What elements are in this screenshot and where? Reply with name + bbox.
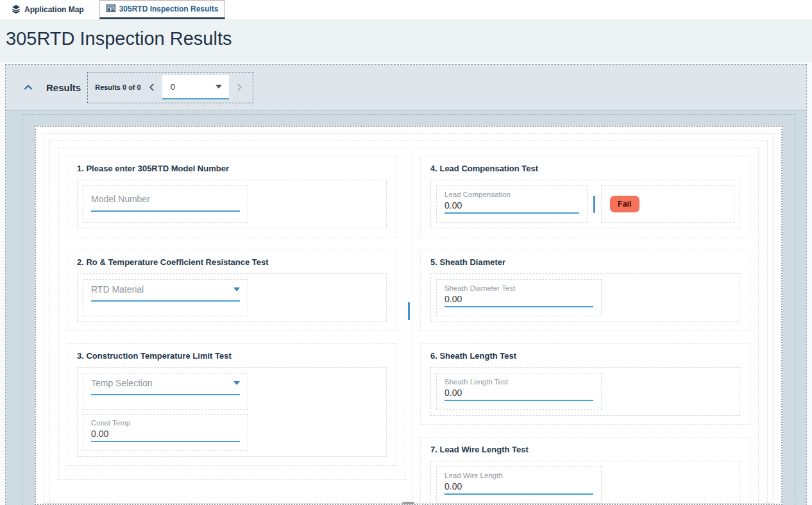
- previous-page-chevron-icon[interactable]: [149, 83, 155, 92]
- section-heading: 6. Sheath Length Test: [430, 351, 740, 361]
- input-underline: [91, 300, 240, 302]
- tab-inspection-results[interactable]: 305RTD Inspection Results: [99, 0, 226, 19]
- const-temp-input[interactable]: [91, 429, 240, 440]
- input-underline: [91, 441, 240, 442]
- section-heading: 1. Please enter 305RTD Model Number: [77, 164, 387, 173]
- lead-compensation-input[interactable]: [444, 200, 579, 212]
- field-row: Lead Compensation Fail: [430, 180, 740, 228]
- caret-down-icon: [216, 85, 222, 89]
- lead-wire-length-field: Lead Wire Length: [436, 466, 602, 504]
- page-number-value: 0: [171, 82, 175, 92]
- cell-divider: [593, 196, 595, 213]
- input-underline: [444, 306, 593, 307]
- input-underline: [444, 212, 579, 214]
- tab-bar: Application Map 305RTD Inspection Result…: [0, 0, 812, 19]
- dropdown-placeholder: RTD Material: [91, 284, 144, 295]
- temp-selection-dropdown[interactable]: Temp Selection: [91, 378, 240, 388]
- rtd-material-field: RTD Material: [83, 279, 248, 316]
- field-label: Sheath Length Test: [444, 378, 593, 387]
- const-temp-field: Const Temp: [83, 414, 248, 451]
- lead-wire-length-input[interactable]: [444, 481, 593, 493]
- results-group-box: Results Results 0 of 0 0: [5, 64, 807, 505]
- list-view-container: 1. Please enter 305RTD Model Number: [22, 114, 795, 505]
- temp-selection-field: Temp Selection: [83, 373, 248, 410]
- section-sheath-length: 6. Sheath Length Test Sheath Length Test: [420, 343, 750, 425]
- tab-label: Application Map: [24, 5, 84, 14]
- sheath-length-field: Sheath Length Test: [436, 373, 602, 410]
- next-page-chevron-icon[interactable]: [237, 83, 242, 92]
- section-heading: 4. Lead Compensation Test: [430, 164, 740, 173]
- field-row: Lead Wire Length: [430, 461, 740, 505]
- column-divider: [408, 302, 410, 320]
- form-column-right: 4. Lead Compensation Test Lead Compensat…: [412, 148, 759, 505]
- results-group-title: Results: [46, 82, 81, 93]
- caret-down-icon: [233, 287, 240, 291]
- field-row: Sheath Diameter Test: [430, 273, 740, 322]
- section-heading: 3. Construction Temperature Limit Test: [77, 351, 387, 361]
- section-construction-temp: 3. Construction Temperature Limit Test T…: [67, 343, 397, 466]
- results-group-header: Results Results 0 of 0 0: [6, 65, 806, 110]
- sheath-diameter-input[interactable]: [444, 294, 593, 305]
- field-row: Temp Selection Const Temp: [77, 367, 387, 457]
- page-header: 305RTD Inspection Results: [0, 19, 812, 62]
- page-title: 305RTD Inspection Results: [0, 19, 812, 49]
- model-number-input[interactable]: [91, 194, 240, 205]
- tab-label: 305RTD Inspection Results: [119, 4, 219, 13]
- layers-icon: [12, 4, 21, 15]
- rtd-material-dropdown[interactable]: RTD Material: [91, 284, 240, 295]
- model-number-field: [83, 185, 248, 223]
- field-row: [77, 180, 387, 228]
- horizontal-scrollbar-thumb[interactable]: [402, 502, 414, 504]
- fail-status-badge: Fail: [610, 196, 639, 212]
- section-heading: 5. Sheath Diameter: [430, 257, 740, 267]
- results-count-label: Results 0 of 0: [95, 83, 141, 91]
- results-group-body: 1. Please enter 305RTD Model Number: [6, 110, 806, 505]
- section-sheath-diameter: 5. Sheath Diameter Sheath Diameter Test: [420, 250, 750, 331]
- form-column-left: 1. Please enter 305RTD Model Number: [58, 148, 405, 480]
- pagination-control: Results 0 of 0 0: [87, 72, 253, 103]
- test-result-cell: Fail: [601, 185, 734, 223]
- field-label: Sheath Diameter Test: [444, 284, 593, 293]
- section-resistance-test: 2. Ro & Temperature Coefficient Resistan…: [67, 250, 397, 331]
- section-heading: 7. Lead Wire Length Test: [430, 445, 740, 454]
- form-columns: 1. Please enter 305RTD Model Number: [49, 140, 768, 505]
- field-label: Const Temp: [91, 419, 240, 428]
- sheath-length-input[interactable]: [444, 388, 593, 399]
- page-number-select[interactable]: 0: [162, 75, 229, 99]
- section-heading: 2. Ro & Temperature Coefficient Resistan…: [77, 257, 387, 267]
- lead-compensation-field: Lead Compensation: [436, 185, 588, 223]
- record-inner-container: 1. Please enter 305RTD Model Number: [44, 133, 774, 504]
- sheath-diameter-field: Sheath Diameter Test: [436, 279, 602, 316]
- section-lead-compensation: 4. Lead Compensation Test Lead Compensat…: [420, 156, 750, 237]
- record-card: 1. Please enter 305RTD Model Number: [35, 126, 782, 505]
- field-row: RTD Material: [77, 273, 387, 322]
- form-list-icon: [106, 4, 115, 14]
- dropdown-placeholder: Temp Selection: [91, 378, 153, 388]
- caret-down-icon: [233, 381, 240, 385]
- section-model-number: 1. Please enter 305RTD Model Number: [67, 156, 397, 237]
- tab-application-map[interactable]: Application Map: [5, 0, 90, 19]
- field-label: Lead Compensation: [444, 191, 579, 200]
- input-underline: [91, 394, 240, 395]
- page-content: Results Results 0 of 0 0: [0, 62, 812, 505]
- field-row: Sheath Length Test: [430, 367, 740, 416]
- collapse-chevron-up-icon[interactable]: [24, 84, 33, 90]
- section-lead-wire-length: 7. Lead Wire Length Test Lead Wire Lengt…: [420, 437, 750, 505]
- input-underline: [91, 210, 240, 212]
- field-label: Lead Wire Length: [444, 472, 593, 481]
- input-underline: [444, 400, 593, 401]
- input-underline: [444, 493, 593, 495]
